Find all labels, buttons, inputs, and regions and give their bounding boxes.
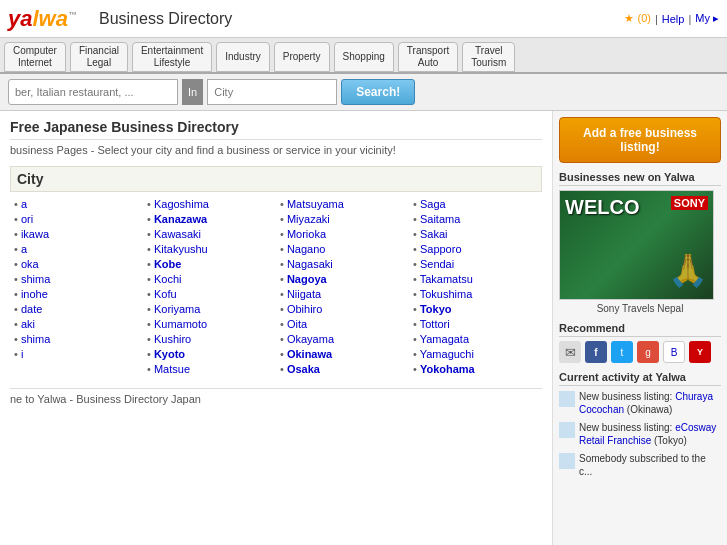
- city-input[interactable]: [207, 79, 337, 105]
- city-link-osaka[interactable]: Osaka: [287, 363, 320, 375]
- city-link-tokyo[interactable]: Tokyo: [420, 303, 452, 315]
- new-businesses-section: Businesses new on Yalwa WELCO 🙏 SONY Son…: [559, 171, 721, 314]
- activity-icon-3: [559, 453, 575, 469]
- add-business-button[interactable]: Add a free business listing!: [559, 117, 721, 163]
- recommend-section: Recommend ✉ f t g B Y: [559, 322, 721, 363]
- city-link-kyoto[interactable]: Kyoto: [154, 348, 185, 360]
- google-share-icon[interactable]: g: [637, 341, 659, 363]
- city-link[interactable]: a: [21, 198, 27, 210]
- city-link[interactable]: Tottori: [420, 318, 450, 330]
- activity-item-1: New business listing: Churaya Cocochan (…: [559, 390, 721, 416]
- city-link[interactable]: shima: [21, 273, 50, 285]
- activity-link-1[interactable]: Churaya Cocochan: [579, 391, 713, 415]
- star-rating[interactable]: ★ (0): [624, 12, 651, 25]
- city-link[interactable]: oka: [21, 258, 39, 270]
- nav-item-transport[interactable]: Transport Auto: [398, 42, 458, 72]
- email-share-icon[interactable]: ✉: [559, 341, 581, 363]
- city-link-okinawa[interactable]: Okinawa: [287, 348, 332, 360]
- sony-label: Sony Travels Nepal: [559, 303, 721, 314]
- city-link[interactable]: Okayama: [287, 333, 334, 345]
- city-link[interactable]: Kagoshima: [154, 198, 209, 210]
- city-link[interactable]: Obihiro: [287, 303, 322, 315]
- city-link[interactable]: Kitakyushu: [154, 243, 208, 255]
- bottom-text: ne to Yalwa - Business Directory Japan: [10, 388, 542, 405]
- city-link[interactable]: Yamaguchi: [420, 348, 474, 360]
- city-link[interactable]: Oita: [287, 318, 307, 330]
- nav-item-industry[interactable]: Industry: [216, 42, 270, 72]
- new-businesses-title: Businesses new on Yalwa: [559, 171, 721, 186]
- logo-tm: ™: [68, 9, 77, 19]
- city-col-3: Matsuyama Miyazaki Morioka Nagano Nagasa…: [276, 198, 409, 378]
- city-link[interactable]: Nagano: [287, 243, 326, 255]
- city-link[interactable]: Sakai: [420, 228, 448, 240]
- city-link[interactable]: a: [21, 243, 27, 255]
- welcome-overlay-text: WELCO: [565, 196, 639, 219]
- activity-icon-1: [559, 391, 575, 407]
- activity-text-3: Somebody subscribed to the c...: [579, 452, 721, 478]
- my-link[interactable]: My ▸: [695, 12, 719, 25]
- city-link-yokohama[interactable]: Yokohama: [420, 363, 475, 375]
- city-link[interactable]: Tokushima: [420, 288, 473, 300]
- activity-item-3: Somebody subscribed to the c...: [559, 452, 721, 478]
- site-logo[interactable]: yalwa™: [8, 6, 77, 32]
- bookmark-share-icon[interactable]: B: [663, 341, 685, 363]
- city-link[interactable]: Sapporo: [420, 243, 462, 255]
- city-link[interactable]: Sendai: [420, 258, 454, 270]
- facebook-share-icon[interactable]: f: [585, 341, 607, 363]
- city-link[interactable]: Nagasaki: [287, 258, 333, 270]
- city-col-1: a ori ikawa a oka shima inohe date aki s…: [10, 198, 143, 378]
- in-label: In: [182, 79, 203, 105]
- city-link[interactable]: Kofu: [154, 288, 177, 300]
- welcome-image: WELCO 🙏 SONY: [559, 190, 714, 300]
- nav-item-entertainment[interactable]: Entertainment Lifestyle: [132, 42, 212, 72]
- city-link[interactable]: Koriyama: [154, 303, 200, 315]
- twitter-share-icon[interactable]: t: [611, 341, 633, 363]
- navigation-bar: Computer Internet Financial Legal Entert…: [0, 38, 727, 74]
- search-input[interactable]: [8, 79, 178, 105]
- city-link[interactable]: Kushiro: [154, 333, 191, 345]
- activity-title: Current activity at Yalwa: [559, 371, 721, 386]
- logo-lwa: lwa: [32, 6, 67, 31]
- search-button[interactable]: Search!: [341, 79, 415, 105]
- city-link[interactable]: date: [21, 303, 42, 315]
- city-link[interactable]: Matsuyama: [287, 198, 344, 210]
- city-link-nagoya[interactable]: Nagoya: [287, 273, 327, 285]
- recommend-icons: ✉ f t g B Y: [559, 341, 721, 363]
- city-link[interactable]: ikawa: [21, 228, 49, 240]
- city-link[interactable]: Saitama: [420, 213, 460, 225]
- city-col-2: Kagoshima Kanazawa Kawasaki Kitakyushu K…: [143, 198, 276, 378]
- city-link[interactable]: Kochi: [154, 273, 182, 285]
- yalwa-share-icon[interactable]: Y: [689, 341, 711, 363]
- sony-badge: SONY: [671, 196, 708, 210]
- city-link[interactable]: ori: [21, 213, 33, 225]
- site-title: Business Directory: [99, 10, 232, 28]
- activity-list: New business listing: Churaya Cocochan (…: [559, 390, 721, 478]
- nav-item-financial[interactable]: Financial Legal: [70, 42, 128, 72]
- city-link[interactable]: Matsue: [154, 363, 190, 375]
- nav-item-shopping[interactable]: Shopping: [334, 42, 394, 72]
- city-link[interactable]: aki: [21, 318, 35, 330]
- nav-item-travel[interactable]: Travel Tourism: [462, 42, 515, 72]
- help-link[interactable]: Help: [662, 13, 685, 25]
- city-link[interactable]: inohe: [21, 288, 48, 300]
- city-link[interactable]: shima: [21, 333, 50, 345]
- city-link-kobe[interactable]: Kobe: [154, 258, 182, 270]
- city-link[interactable]: Niigata: [287, 288, 321, 300]
- city-link[interactable]: Saga: [420, 198, 446, 210]
- city-link[interactable]: i: [21, 348, 23, 360]
- city-link[interactable]: Takamatsu: [420, 273, 473, 285]
- city-link[interactable]: Miyazaki: [287, 213, 330, 225]
- city-link[interactable]: Morioka: [287, 228, 326, 240]
- city-link[interactable]: Kawasaki: [154, 228, 201, 240]
- activity-icon-2: [559, 422, 575, 438]
- city-link[interactable]: Yamagata: [420, 333, 469, 345]
- recommend-title: Recommend: [559, 322, 721, 337]
- activity-link-2[interactable]: eCosway Retail Franchise: [579, 422, 716, 446]
- nav-item-computers[interactable]: Computer Internet: [4, 42, 66, 72]
- nav-item-property[interactable]: Property: [274, 42, 330, 72]
- activity-section: Current activity at Yalwa New business l…: [559, 371, 721, 478]
- city-section-title: City: [10, 166, 542, 192]
- city-link-kanazawa[interactable]: Kanazawa: [154, 213, 207, 225]
- city-link[interactable]: Kumamoto: [154, 318, 207, 330]
- search-bar: In Search!: [0, 74, 727, 111]
